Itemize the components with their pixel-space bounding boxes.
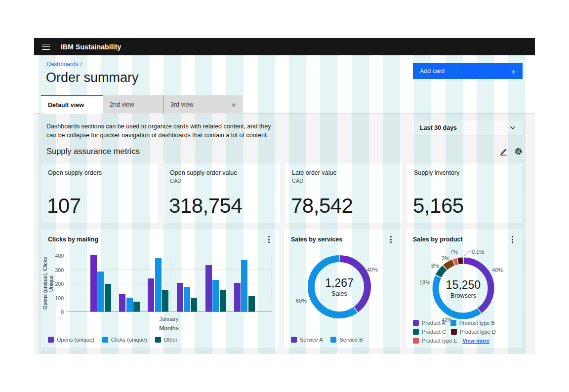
tab-default-view[interactable]: Default view	[41, 95, 103, 114]
legend-item[interactable]: Product type E	[413, 338, 457, 344]
time-range-value: Last 30 days	[420, 124, 457, 131]
app-header: IBM Sustainability	[34, 38, 535, 55]
tab-2nd-view[interactable]: 2nd view	[103, 95, 163, 114]
legend-item[interactable]: Service A	[291, 337, 323, 343]
kpi-late-order-value: Late order value CAD 78,542	[285, 163, 402, 223]
kpi-value: 78,542	[291, 194, 353, 218]
bar-clicks-unique-[interactable]	[97, 272, 104, 312]
donut-center: 15,250 Browsers	[439, 278, 488, 299]
legend-swatch	[413, 320, 419, 326]
add-card-label: Add card	[420, 68, 445, 75]
overflow-menu-icon[interactable]	[508, 235, 517, 244]
services-legend: Service AService B	[291, 337, 363, 343]
legend-item[interactable]: Clicks (unique)	[102, 337, 147, 343]
card-title: Clicks by mailing	[48, 236, 98, 243]
page-title: Order summary	[46, 70, 139, 85]
bar-opens-unique-[interactable]	[148, 278, 154, 312]
kpi-value: 318,754	[169, 194, 242, 218]
bar-opens-unique-[interactable]	[234, 283, 241, 312]
pct-label: 8%	[431, 263, 439, 269]
section-description: Dashboards sections can be used to organ…	[46, 122, 279, 140]
product-legend: Product AProduct type BProduct CProduct …	[413, 320, 517, 344]
bar-clicks-unique-[interactable]	[241, 260, 247, 312]
add-view-plus-icon: +	[232, 100, 236, 109]
pct-label: 0.1%	[472, 249, 484, 255]
main-area: Dashboards/ Order summary Add card + Def…	[34, 55, 535, 354]
legend-label: Service A	[300, 337, 323, 343]
view-more-link[interactable]: View more	[462, 338, 489, 344]
legend-label: Product type E	[422, 338, 457, 344]
bar-other[interactable]	[220, 290, 226, 312]
overflow-menu-icon[interactable]	[264, 235, 273, 244]
bar-other[interactable]	[248, 296, 255, 312]
legend-item[interactable]: Other	[155, 337, 178, 343]
donut-center-label: Sales	[315, 290, 364, 297]
bar-opens-unique-[interactable]	[119, 294, 125, 312]
settings-section-button[interactable]	[512, 145, 525, 157]
app-window: IBM Sustainability Dashboards/ Order sum…	[34, 38, 535, 354]
kpi-supply-inventory: Supply inventory 5,165	[407, 163, 523, 223]
edit-section-button[interactable]	[497, 145, 510, 157]
donut-center-value: 15,250	[439, 278, 488, 292]
kpi-label: Open supply orders	[48, 169, 151, 176]
legend-label: Opens (unique)	[57, 337, 94, 343]
legend-swatch	[451, 329, 457, 335]
kpi-unit	[48, 178, 151, 184]
donut-center: 1,267 Sales	[315, 276, 364, 297]
kpi-label: Supply inventory	[414, 169, 516, 176]
legend-swatch	[48, 337, 54, 343]
bar-other[interactable]	[105, 284, 111, 312]
pct-label: 3%	[442, 255, 449, 261]
card-clicks-by-mailing: Clicks by mailing Opens (unique), Clicks…	[41, 229, 279, 348]
bar-other[interactable]	[191, 298, 197, 312]
legend-label: Clicks (unique)	[111, 337, 147, 343]
legend-swatch	[155, 337, 161, 343]
legend-item[interactable]: Service B	[330, 337, 363, 343]
legend-swatch	[413, 329, 419, 335]
breadcrumb: Dashboards/	[46, 61, 82, 68]
kpi-unit	[414, 178, 516, 184]
bar-opens-unique-[interactable]	[90, 255, 97, 312]
card-title: Sales by product	[413, 236, 463, 243]
legend-item[interactable]: Product type D	[451, 329, 496, 335]
dashboard-section: Dashboards sections can be used to organ…	[34, 114, 535, 354]
gridline	[170, 256, 170, 312]
bar-clicks-unique-[interactable]	[126, 298, 133, 312]
breadcrumb-link-dashboards[interactable]: Dashboards	[46, 61, 79, 68]
add-view-tab[interactable]: +	[225, 95, 243, 114]
add-card-button[interactable]: Add card +	[413, 63, 523, 79]
menu-icon[interactable]	[42, 44, 50, 50]
kpi-open-supply-orders: Open supply orders 107	[41, 163, 158, 223]
bar-clicks-unique-[interactable]	[212, 280, 219, 312]
donut-center-label: Browsers	[439, 292, 488, 299]
legend-item[interactable]: Product C	[413, 329, 446, 335]
bar-other[interactable]	[162, 290, 168, 312]
bar-x-axis-title: Months	[139, 325, 199, 332]
page-header-area: Dashboards/ Order summary Add card + Def…	[34, 55, 535, 114]
bar-clicks-unique-[interactable]	[184, 287, 190, 312]
plus-icon: +	[511, 67, 516, 76]
overflow-menu-icon[interactable]	[386, 235, 395, 244]
pencil-icon	[499, 147, 508, 156]
view-tabs: Default view 2nd view 3rd view +	[41, 95, 243, 114]
legend-item[interactable]: Product A	[413, 320, 446, 326]
time-range-dropdown[interactable]: Last 30 days	[413, 120, 523, 135]
legend-swatch	[450, 320, 456, 326]
legend-item[interactable]: Opens (unique)	[48, 337, 94, 343]
kpi-unit: CAD	[170, 178, 273, 184]
bar-y-axis-title: Opens (unique), Clicks Unique	[42, 254, 49, 313]
bar-other[interactable]	[133, 302, 140, 312]
pct-label: 40%	[367, 267, 378, 273]
legend-label: Product type D	[460, 329, 496, 335]
bar-opens-unique-[interactable]	[205, 265, 212, 312]
section-heading: Supply assurance metrics	[46, 147, 140, 156]
bar-legend: Opens (unique)Clicks (unique)Other	[48, 337, 177, 343]
kpi-label: Open supply order value	[170, 169, 273, 176]
bar-opens-unique-[interactable]	[177, 283, 183, 312]
legend-item[interactable]: Product type B	[450, 320, 495, 326]
tab-3rd-view[interactable]: 3rd view	[163, 95, 225, 114]
bar-plot-area[interactable]	[67, 256, 272, 312]
legend-swatch	[291, 337, 297, 343]
bar-clicks-unique-[interactable]	[155, 258, 162, 312]
legend-swatch	[102, 337, 108, 343]
